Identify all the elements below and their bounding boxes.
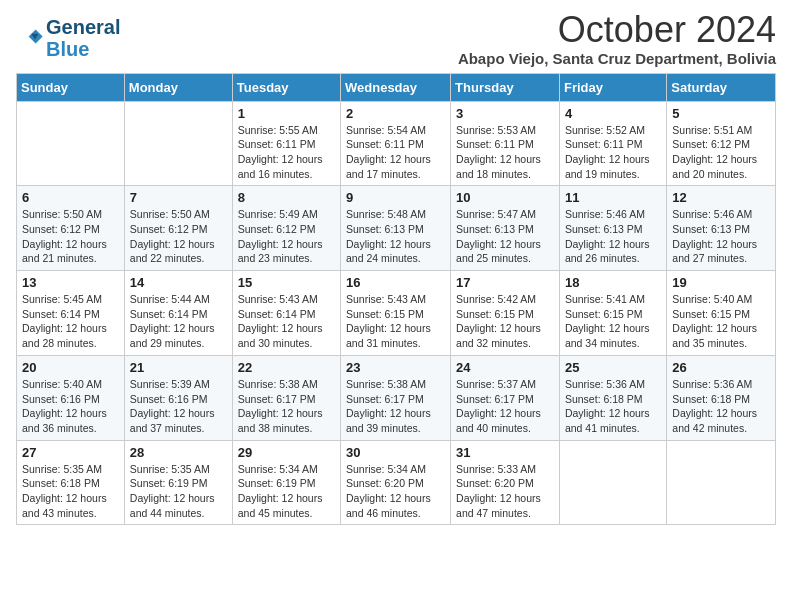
day-number: 9: [346, 190, 445, 205]
calendar-cell: [559, 440, 666, 525]
day-info: Sunrise: 5:38 AMSunset: 6:17 PMDaylight:…: [346, 377, 445, 436]
col-tuesday: Tuesday: [232, 73, 340, 101]
day-info: Sunrise: 5:44 AMSunset: 6:14 PMDaylight:…: [130, 292, 227, 351]
day-info: Sunrise: 5:36 AMSunset: 6:18 PMDaylight:…: [565, 377, 661, 436]
day-info: Sunrise: 5:51 AMSunset: 6:12 PMDaylight:…: [672, 123, 770, 182]
day-info: Sunrise: 5:50 AMSunset: 6:12 PMDaylight:…: [130, 207, 227, 266]
day-number: 7: [130, 190, 227, 205]
calendar-cell: 6Sunrise: 5:50 AMSunset: 6:12 PMDaylight…: [17, 186, 125, 271]
calendar-cell: 17Sunrise: 5:42 AMSunset: 6:15 PMDayligh…: [451, 271, 560, 356]
calendar-cell: 30Sunrise: 5:34 AMSunset: 6:20 PMDayligh…: [341, 440, 451, 525]
logo-icon: [16, 24, 44, 52]
day-number: 6: [22, 190, 119, 205]
header: General Blue October 2024 Abapo Viejo, S…: [16, 10, 776, 67]
day-number: 27: [22, 445, 119, 460]
day-info: Sunrise: 5:35 AMSunset: 6:19 PMDaylight:…: [130, 462, 227, 521]
col-friday: Friday: [559, 73, 666, 101]
calendar-cell: 15Sunrise: 5:43 AMSunset: 6:14 PMDayligh…: [232, 271, 340, 356]
day-number: 18: [565, 275, 661, 290]
calendar-cell: 11Sunrise: 5:46 AMSunset: 6:13 PMDayligh…: [559, 186, 666, 271]
calendar-cell: 21Sunrise: 5:39 AMSunset: 6:16 PMDayligh…: [124, 355, 232, 440]
calendar-cell: 24Sunrise: 5:37 AMSunset: 6:17 PMDayligh…: [451, 355, 560, 440]
calendar-cell: 23Sunrise: 5:38 AMSunset: 6:17 PMDayligh…: [341, 355, 451, 440]
calendar-cell: 29Sunrise: 5:34 AMSunset: 6:19 PMDayligh…: [232, 440, 340, 525]
calendar-cell: [124, 101, 232, 186]
day-info: Sunrise: 5:50 AMSunset: 6:12 PMDaylight:…: [22, 207, 119, 266]
day-number: 20: [22, 360, 119, 375]
calendar-cell: 10Sunrise: 5:47 AMSunset: 6:13 PMDayligh…: [451, 186, 560, 271]
calendar-body: 1Sunrise: 5:55 AMSunset: 6:11 PMDaylight…: [17, 101, 776, 525]
day-number: 3: [456, 106, 554, 121]
day-info: Sunrise: 5:48 AMSunset: 6:13 PMDaylight:…: [346, 207, 445, 266]
logo-text: General Blue: [46, 16, 120, 60]
day-info: Sunrise: 5:43 AMSunset: 6:14 PMDaylight:…: [238, 292, 335, 351]
col-monday: Monday: [124, 73, 232, 101]
calendar: Sunday Monday Tuesday Wednesday Thursday…: [16, 73, 776, 526]
calendar-week-1: 1Sunrise: 5:55 AMSunset: 6:11 PMDaylight…: [17, 101, 776, 186]
calendar-cell: 7Sunrise: 5:50 AMSunset: 6:12 PMDaylight…: [124, 186, 232, 271]
col-thursday: Thursday: [451, 73, 560, 101]
calendar-cell: 8Sunrise: 5:49 AMSunset: 6:12 PMDaylight…: [232, 186, 340, 271]
day-number: 30: [346, 445, 445, 460]
day-number: 24: [456, 360, 554, 375]
calendar-week-4: 20Sunrise: 5:40 AMSunset: 6:16 PMDayligh…: [17, 355, 776, 440]
day-number: 29: [238, 445, 335, 460]
day-number: 28: [130, 445, 227, 460]
day-number: 11: [565, 190, 661, 205]
calendar-week-3: 13Sunrise: 5:45 AMSunset: 6:14 PMDayligh…: [17, 271, 776, 356]
day-info: Sunrise: 5:52 AMSunset: 6:11 PMDaylight:…: [565, 123, 661, 182]
day-info: Sunrise: 5:34 AMSunset: 6:19 PMDaylight:…: [238, 462, 335, 521]
calendar-cell: 3Sunrise: 5:53 AMSunset: 6:11 PMDaylight…: [451, 101, 560, 186]
calendar-cell: [667, 440, 776, 525]
calendar-cell: 9Sunrise: 5:48 AMSunset: 6:13 PMDaylight…: [341, 186, 451, 271]
day-info: Sunrise: 5:33 AMSunset: 6:20 PMDaylight:…: [456, 462, 554, 521]
day-info: Sunrise: 5:35 AMSunset: 6:18 PMDaylight:…: [22, 462, 119, 521]
day-info: Sunrise: 5:46 AMSunset: 6:13 PMDaylight:…: [672, 207, 770, 266]
day-number: 8: [238, 190, 335, 205]
day-number: 25: [565, 360, 661, 375]
day-info: Sunrise: 5:45 AMSunset: 6:14 PMDaylight:…: [22, 292, 119, 351]
day-number: 21: [130, 360, 227, 375]
calendar-cell: 18Sunrise: 5:41 AMSunset: 6:15 PMDayligh…: [559, 271, 666, 356]
subtitle: Abapo Viejo, Santa Cruz Department, Boli…: [458, 50, 776, 67]
calendar-week-5: 27Sunrise: 5:35 AMSunset: 6:18 PMDayligh…: [17, 440, 776, 525]
day-info: Sunrise: 5:40 AMSunset: 6:16 PMDaylight:…: [22, 377, 119, 436]
col-saturday: Saturday: [667, 73, 776, 101]
calendar-header-row: Sunday Monday Tuesday Wednesday Thursday…: [17, 73, 776, 101]
calendar-cell: 16Sunrise: 5:43 AMSunset: 6:15 PMDayligh…: [341, 271, 451, 356]
day-number: 1: [238, 106, 335, 121]
day-number: 10: [456, 190, 554, 205]
calendar-cell: 13Sunrise: 5:45 AMSunset: 6:14 PMDayligh…: [17, 271, 125, 356]
calendar-cell: 31Sunrise: 5:33 AMSunset: 6:20 PMDayligh…: [451, 440, 560, 525]
day-info: Sunrise: 5:55 AMSunset: 6:11 PMDaylight:…: [238, 123, 335, 182]
calendar-cell: 2Sunrise: 5:54 AMSunset: 6:11 PMDaylight…: [341, 101, 451, 186]
day-number: 16: [346, 275, 445, 290]
title-block: October 2024 Abapo Viejo, Santa Cruz Dep…: [458, 10, 776, 67]
day-info: Sunrise: 5:43 AMSunset: 6:15 PMDaylight:…: [346, 292, 445, 351]
calendar-cell: 14Sunrise: 5:44 AMSunset: 6:14 PMDayligh…: [124, 271, 232, 356]
day-info: Sunrise: 5:37 AMSunset: 6:17 PMDaylight:…: [456, 377, 554, 436]
day-number: 23: [346, 360, 445, 375]
day-info: Sunrise: 5:54 AMSunset: 6:11 PMDaylight:…: [346, 123, 445, 182]
calendar-cell: 12Sunrise: 5:46 AMSunset: 6:13 PMDayligh…: [667, 186, 776, 271]
col-sunday: Sunday: [17, 73, 125, 101]
day-info: Sunrise: 5:47 AMSunset: 6:13 PMDaylight:…: [456, 207, 554, 266]
day-info: Sunrise: 5:34 AMSunset: 6:20 PMDaylight:…: [346, 462, 445, 521]
day-number: 2: [346, 106, 445, 121]
day-number: 22: [238, 360, 335, 375]
calendar-cell: 25Sunrise: 5:36 AMSunset: 6:18 PMDayligh…: [559, 355, 666, 440]
day-number: 15: [238, 275, 335, 290]
calendar-week-2: 6Sunrise: 5:50 AMSunset: 6:12 PMDaylight…: [17, 186, 776, 271]
day-number: 4: [565, 106, 661, 121]
day-info: Sunrise: 5:40 AMSunset: 6:15 PMDaylight:…: [672, 292, 770, 351]
month-title: October 2024: [458, 10, 776, 50]
day-number: 26: [672, 360, 770, 375]
day-info: Sunrise: 5:42 AMSunset: 6:15 PMDaylight:…: [456, 292, 554, 351]
day-number: 5: [672, 106, 770, 121]
calendar-cell: 27Sunrise: 5:35 AMSunset: 6:18 PMDayligh…: [17, 440, 125, 525]
day-info: Sunrise: 5:36 AMSunset: 6:18 PMDaylight:…: [672, 377, 770, 436]
day-number: 19: [672, 275, 770, 290]
day-info: Sunrise: 5:49 AMSunset: 6:12 PMDaylight:…: [238, 207, 335, 266]
calendar-cell: 1Sunrise: 5:55 AMSunset: 6:11 PMDaylight…: [232, 101, 340, 186]
calendar-cell: 5Sunrise: 5:51 AMSunset: 6:12 PMDaylight…: [667, 101, 776, 186]
